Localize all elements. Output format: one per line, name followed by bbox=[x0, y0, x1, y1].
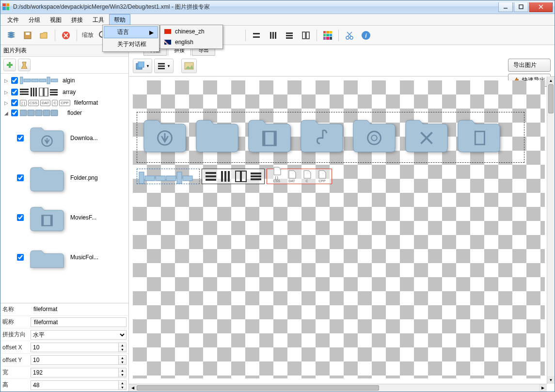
menu-tool[interactable]: 工具 bbox=[88, 14, 109, 25]
minimize-button[interactable] bbox=[498, 2, 513, 12]
check-thumb-music[interactable] bbox=[17, 254, 24, 261]
chevron-right-icon: ▶ bbox=[149, 29, 154, 36]
layout-grid-button[interactable] bbox=[299, 29, 313, 42]
check-array[interactable] bbox=[11, 89, 18, 95]
tree-view[interactable]: ▷ algin ▷ array bbox=[0, 74, 128, 303]
cut-button[interactable] bbox=[343, 29, 356, 42]
svg-rect-72 bbox=[145, 176, 155, 181]
layout-h2-button[interactable] bbox=[283, 29, 296, 42]
canvas-folder-plain[interactable] bbox=[194, 114, 240, 155]
svg-rect-39 bbox=[33, 88, 34, 96]
check-thumb-folder[interactable] bbox=[17, 174, 24, 181]
canvas-folder-music[interactable] bbox=[299, 114, 345, 155]
thumb-downloads[interactable]: Downloa... bbox=[16, 118, 127, 158]
save-stack-button[interactable]: ▼ bbox=[133, 59, 152, 73]
language-dropdown: chinese_zh english bbox=[160, 25, 223, 49]
svg-rect-84 bbox=[241, 171, 246, 182]
add-button[interactable] bbox=[3, 59, 16, 71]
svg-rect-18 bbox=[286, 37, 293, 39]
layout-v-button[interactable] bbox=[266, 29, 280, 42]
canvas-fileformat-strip[interactable]: { }CSS DAT C CPP bbox=[267, 169, 332, 184]
svg-rect-36 bbox=[20, 91, 29, 93]
check-algin[interactable] bbox=[11, 77, 18, 84]
nick-input[interactable] bbox=[31, 317, 127, 327]
direction-select[interactable]: 水平 bbox=[31, 330, 127, 340]
svg-rect-59 bbox=[158, 68, 165, 69]
open-button[interactable] bbox=[37, 29, 51, 42]
expand-icon[interactable]: ▷ bbox=[3, 100, 9, 106]
save-button[interactable] bbox=[21, 29, 34, 42]
prop-nick-label: 昵称 bbox=[2, 318, 31, 326]
lang-english[interactable]: english bbox=[161, 37, 222, 47]
canvas-wrap[interactable]: { }CSS DAT C CPP ▲▼ ◀▶ bbox=[129, 77, 555, 392]
delete-button[interactable] bbox=[59, 29, 73, 42]
offsetx-input[interactable] bbox=[31, 343, 119, 352]
layout-h1-button[interactable] bbox=[250, 29, 263, 42]
scrollbar-horizontal[interactable]: ◀▶ bbox=[129, 384, 547, 392]
canvas-folder-docs[interactable] bbox=[456, 114, 502, 155]
maximize-button[interactable] bbox=[514, 2, 528, 12]
menu-file[interactable]: 文件 bbox=[2, 14, 24, 25]
svg-rect-17 bbox=[286, 35, 293, 36]
thumb-label: Folder.png bbox=[70, 174, 126, 181]
tree-row-fileformat[interactable]: ▷ { }CSSDATCCPP fileformat bbox=[2, 98, 127, 108]
menu-merge[interactable]: 拼接 bbox=[66, 14, 88, 25]
check-thumb-downloads[interactable] bbox=[17, 135, 24, 141]
info-button[interactable]: i bbox=[359, 29, 373, 42]
clean-button[interactable] bbox=[18, 59, 31, 71]
selection-align[interactable] bbox=[137, 169, 200, 184]
help-dropdown: 语言 ▶ 关于对话框 bbox=[102, 25, 159, 52]
menu-view[interactable]: 视图 bbox=[45, 14, 66, 25]
svg-rect-30 bbox=[24, 79, 31, 82]
thumb-folder[interactable]: Folder.png bbox=[16, 158, 127, 198]
svg-rect-5 bbox=[26, 32, 30, 35]
check-fileformat[interactable] bbox=[11, 99, 18, 106]
canvas-array-strip[interactable] bbox=[202, 169, 265, 184]
scrollbar-vertical[interactable]: ▲▼ bbox=[547, 77, 555, 384]
color-grid-button[interactable] bbox=[321, 29, 334, 42]
svg-rect-64 bbox=[263, 131, 266, 145]
canvas-folder-movies[interactable] bbox=[246, 114, 293, 155]
list-button[interactable]: ▼ bbox=[154, 59, 174, 73]
height-input[interactable] bbox=[31, 380, 119, 390]
collapse-icon[interactable]: ◢ bbox=[3, 110, 9, 116]
help-about[interactable]: 关于对话框 bbox=[104, 38, 158, 50]
thumb-movies[interactable]: MoviesF... bbox=[16, 198, 127, 237]
canvas-folder-tools[interactable] bbox=[403, 114, 450, 155]
tree-row-floder[interactable]: ◢ floder bbox=[2, 108, 127, 118]
tree-row-algin[interactable]: ▷ algin bbox=[2, 75, 127, 86]
check-thumb-movies[interactable] bbox=[17, 214, 24, 221]
spin-buttons[interactable]: ▲▼ bbox=[119, 368, 127, 377]
expand-icon[interactable]: ▷ bbox=[3, 78, 9, 83]
svg-rect-33 bbox=[47, 77, 50, 84]
canvas[interactable]: { }CSS DAT C CPP bbox=[133, 80, 545, 378]
export-button[interactable]: 导出图片 bbox=[508, 59, 551, 72]
close-button[interactable] bbox=[529, 2, 553, 12]
svg-rect-56 bbox=[138, 62, 144, 67]
svg-rect-35 bbox=[20, 89, 29, 90]
offsety-input[interactable] bbox=[31, 355, 119, 365]
help-language[interactable]: 语言 ▶ bbox=[104, 26, 158, 38]
zoom-label: 缩放 bbox=[82, 31, 94, 39]
thumb-music[interactable]: MusicFol... bbox=[16, 237, 127, 277]
spin-buttons[interactable]: ▲▼ bbox=[119, 380, 127, 390]
spin-buttons[interactable]: ▲▼ bbox=[119, 355, 127, 365]
new-button[interactable] bbox=[4, 29, 18, 42]
tree-label-floder: floder bbox=[67, 110, 82, 116]
canvas-folder-pictures[interactable] bbox=[351, 114, 397, 155]
expand-icon[interactable]: ▷ bbox=[3, 90, 9, 95]
canvas-folder-download[interactable] bbox=[142, 114, 188, 155]
check-floder[interactable] bbox=[11, 110, 18, 116]
right-area: 调整 拼接 导出 ▼ ▼ 导出图片 快速导出 bbox=[129, 45, 555, 392]
width-input[interactable] bbox=[31, 368, 119, 377]
menu-help[interactable]: 帮助 bbox=[109, 14, 130, 25]
lang-chinese[interactable]: chinese_zh bbox=[161, 26, 222, 37]
thumb-label: MoviesF... bbox=[70, 214, 126, 221]
menu-group[interactable]: 分组 bbox=[24, 14, 45, 25]
tree-label-fileformat: fileformat bbox=[74, 99, 98, 106]
svg-rect-53 bbox=[42, 215, 44, 225]
svg-rect-47 bbox=[28, 110, 34, 116]
picture-button[interactable] bbox=[181, 59, 197, 73]
spin-buttons[interactable]: ▲▼ bbox=[119, 343, 127, 352]
tree-row-array[interactable]: ▷ array bbox=[2, 86, 127, 98]
